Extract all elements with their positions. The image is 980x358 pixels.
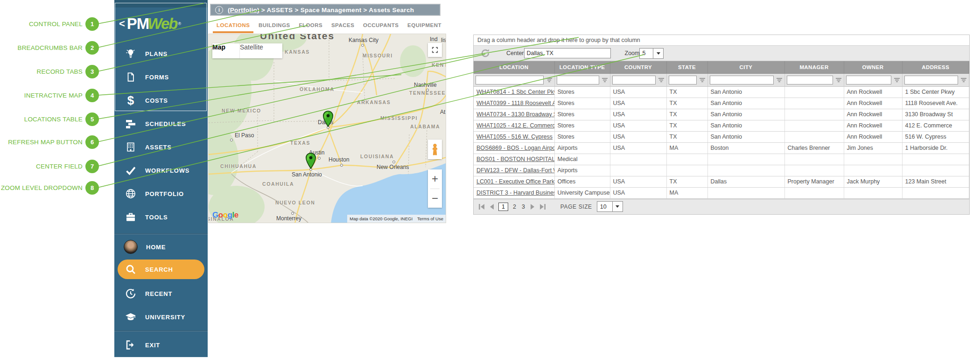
column-header[interactable]: ADDRESS: [902, 61, 969, 73]
sidebar-item-search[interactable]: SEARCH: [118, 260, 204, 279]
location-link[interactable]: LC001 - Executive Office Park 1: [476, 178, 554, 185]
column-header[interactable]: LOCATION: [474, 61, 554, 73]
location-link[interactable]: WHAT0814 - 1 Sbc Center Pkwy: [476, 89, 554, 95]
location-link[interactable]: DFW123 - DFW - Dallas-Fort Wo: [476, 167, 554, 174]
column-header[interactable]: STATE: [666, 61, 707, 73]
map-marker-dallas[interactable]: [322, 111, 334, 127]
map-label: Houston: [329, 156, 350, 163]
sidebar-item-exit[interactable]: EXIT: [114, 333, 208, 357]
zoom-in-button[interactable]: +: [428, 169, 442, 189]
location-link[interactable]: WHAT1025 - 412 E. Commerce: [476, 122, 554, 129]
annotation-refresh-map-button: REFRESH MAP BUTTON6: [0, 135, 99, 149]
column-header[interactable]: MANAGER: [784, 61, 844, 73]
map-city-dot: [318, 157, 321, 160]
previous-page-button[interactable]: [490, 204, 494, 210]
filter-input[interactable]: [557, 76, 599, 84]
breadcrumb-portfolio-link[interactable]: (Portfolio): [228, 7, 259, 14]
tab-floors[interactable]: FLOORS: [298, 18, 323, 32]
location-link[interactable]: WHAT0734 - 3130 Broadway St.: [476, 111, 554, 118]
manager-cell: [784, 120, 844, 131]
interactive-map[interactable]: United States Kansas City KANSAS MISSOUR…: [208, 34, 446, 223]
map-view-button[interactable]: Map: [212, 43, 239, 58]
filter-icon[interactable]: [658, 77, 665, 83]
location-link[interactable]: BOS6869 - BOS - Logan Airport: [476, 145, 554, 151]
manager-cell: [784, 86, 844, 98]
pegman-street-view[interactable]: [428, 140, 442, 159]
sidebar-item-assets[interactable]: ASSETS: [114, 135, 208, 159]
location-link[interactable]: BOS01 - BOSTON HOSPITAL: [476, 156, 554, 162]
zoom-out-button[interactable]: −: [428, 189, 442, 208]
refresh-map-button[interactable]: [480, 48, 490, 58]
page-number-3[interactable]: 3: [522, 204, 525, 210]
page-size-dropdown[interactable]: 10: [597, 201, 613, 212]
filter-icon[interactable]: [602, 77, 608, 83]
map-label: MISSOURI: [363, 53, 393, 58]
fullscreen-button[interactable]: [428, 43, 442, 57]
map-city-dot: [340, 164, 343, 167]
map-city-dot: [230, 139, 233, 141]
table-row: BOS6869 - BOS - Logan AirportAirportsUSA…: [474, 142, 969, 154]
page-size-dropdown-arrow[interactable]: [613, 201, 623, 212]
page-number-1[interactable]: 1: [498, 203, 508, 211]
column-header[interactable]: COUNTRY: [610, 61, 666, 73]
city-cell: San Antonio: [707, 98, 784, 109]
filter-input[interactable]: [787, 76, 833, 84]
sidebar-item-recent[interactable]: RECENT: [114, 282, 208, 305]
map-label: ARKANSAS: [357, 99, 391, 105]
filter-icon[interactable]: [894, 77, 900, 83]
tab-buildings[interactable]: BUILDINGS: [258, 18, 291, 32]
terms-of-use-link[interactable]: Terms of Use: [415, 215, 446, 223]
sidebar-item-tools[interactable]: TOOLS: [114, 205, 208, 229]
filter-icon[interactable]: [776, 77, 783, 83]
center-field[interactable]: [524, 48, 611, 58]
map-label: CHIHUAHUA: [220, 163, 257, 169]
map-label: Kansas City: [349, 37, 378, 43]
filter-icon[interactable]: [699, 77, 706, 83]
sidebar-item-portfolio[interactable]: PORTFOLIO: [114, 182, 208, 205]
filter-icon[interactable]: [546, 77, 553, 83]
filter-icon[interactable]: [960, 77, 967, 83]
annotation-number: 7: [85, 160, 99, 173]
filter-input[interactable]: [612, 76, 656, 84]
column-header[interactable]: OWNER: [844, 61, 902, 73]
location-cell: WHAT0814 - 1 Sbc Center Pkwy: [474, 86, 554, 98]
filter-input[interactable]: [476, 76, 544, 84]
tab-spaces[interactable]: SPACES: [330, 18, 355, 32]
sidebar-item-home[interactable]: HOME: [114, 235, 208, 259]
sidebar-item-plans[interactable]: PLANS: [114, 42, 208, 65]
first-page-button[interactable]: [478, 204, 485, 210]
sidebar-item-workflows[interactable]: WORKFLOWS: [114, 159, 208, 182]
map-marker-san-antonio[interactable]: [305, 153, 316, 169]
last-page-button[interactable]: [539, 204, 546, 210]
zoom-dropdown-arrow[interactable]: [653, 48, 664, 59]
collapse-sidebar-icon[interactable]: <: [119, 18, 125, 30]
group-by-drop-zone[interactable]: Drag a column header and drop it here to…: [474, 35, 969, 46]
satellite-view-button[interactable]: Satellite: [239, 43, 282, 58]
filter-input[interactable]: [904, 76, 959, 84]
sidebar-item-costs[interactable]: $ COSTS: [114, 89, 208, 112]
grid-toolbar: Center Zoom 5: [474, 46, 969, 61]
location-link[interactable]: WHAT0399 - 1118 Roosevelt Ave.: [476, 100, 554, 106]
owner-cell: Jack Murphy: [844, 176, 902, 187]
annotation-center-field: CENTER FIELD7: [0, 159, 99, 173]
page-number-2[interactable]: 2: [513, 204, 516, 210]
sidebar-item-forms[interactable]: FORMS: [114, 65, 208, 89]
tab-occupants[interactable]: OCCUPANTS: [362, 18, 399, 32]
city-cell: Boston: [707, 142, 784, 154]
filter-input[interactable]: [710, 76, 774, 84]
sidebar-item-university[interactable]: UNIVERSITY: [114, 305, 208, 329]
next-page-button[interactable]: [530, 204, 535, 210]
location-link[interactable]: WHAT1055 - 516 W. Cypress: [476, 133, 553, 140]
column-header[interactable]: CITY: [707, 61, 784, 73]
location-link[interactable]: DISTRICT 3 - Harvard Business S: [476, 190, 554, 196]
filter-input[interactable]: [846, 76, 891, 84]
column-header[interactable]: LOCATION TYPE: [554, 61, 610, 73]
sidebar-item-schedules[interactable]: SCHEDULES: [114, 112, 208, 135]
tab-locations[interactable]: LOCATIONS: [216, 18, 251, 32]
tab-equipment[interactable]: EQUIPMENT: [406, 18, 442, 32]
filter-icon[interactable]: [835, 77, 842, 83]
zoom-level-dropdown[interactable]: 5: [639, 48, 653, 59]
info-icon[interactable]: i: [215, 6, 223, 14]
filter-input[interactable]: [669, 76, 697, 84]
address-cell: [902, 187, 969, 198]
